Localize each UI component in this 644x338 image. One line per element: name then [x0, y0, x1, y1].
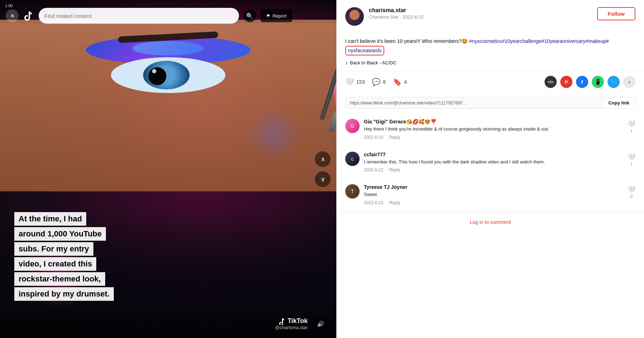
share-more-button[interactable]: › — [623, 76, 635, 88]
nav-down-button[interactable]: ∨ — [315, 171, 331, 187]
comment-like-3: 🤍 0 — [628, 186, 635, 199]
comment-body-1: Gia "Gigi" Gerace😘💋🥰😍❣️ Hey there I thin… — [364, 119, 635, 140]
caption-line-1: At the time, I had — [14, 212, 86, 226]
close-button[interactable]: ✕ — [6, 9, 19, 22]
comment-meta-3: 2022-6-22 Reply — [364, 200, 635, 205]
caption-line-2: around 1,000 YouTube — [14, 227, 106, 241]
comment-heart-icon-1[interactable]: 🤍 — [628, 120, 635, 128]
comment-reply-2[interactable]: Reply — [389, 167, 400, 172]
url-bar: https://www.tiktok.com/@charisma.star/vi… — [345, 97, 635, 109]
comment-like-count-2: 1 — [630, 162, 633, 166]
comment-item: G Gia "Gigi" Gerace😘💋🥰😍❣️ Hey there I th… — [337, 113, 644, 146]
caption-line-5: rockstar-themed look, — [14, 272, 105, 286]
search-input[interactable] — [44, 13, 233, 19]
video-panel: 1:00 ✕ 🔍 ⚑ Report At the time, I had aro… — [0, 0, 336, 338]
comment-author-1: Gia "Gigi" Gerace😘💋🥰😍❣️ — [364, 119, 635, 124]
comment-text-3: Sweet — [364, 191, 635, 198]
caption-line-3: subs. For my entry — [14, 242, 93, 256]
hashtag-makeup[interactable]: #makeup — [585, 38, 606, 44]
bookmark-action[interactable]: 🔖 4 — [393, 78, 407, 86]
comment-date-1: 2022-6-22 — [364, 135, 384, 140]
comment-meta-2: 2022-6-22 Reply — [364, 167, 635, 172]
volume-button[interactable]: 🔊 — [313, 317, 328, 331]
comment-item: c ccfair777 I remember this. This how I … — [337, 146, 644, 179]
hashtag-10yearchallenge[interactable]: #10yearchallenge — [502, 38, 542, 44]
caption-line-6: inspired by my drumset. — [14, 287, 114, 301]
avatar — [345, 7, 364, 26]
music-line: ♪ Back In Black - AC/DC — [345, 60, 635, 65]
search-bar — [39, 8, 239, 24]
hashtag-nyxfaceawards[interactable]: nyxfaceawards — [345, 46, 384, 55]
nav-arrows: ∧ ∨ — [315, 151, 331, 187]
comment-item: T Tyreese TJ Joyner Sweet 2022-6-22 Repl… — [337, 178, 644, 211]
comment-like-1: 🤍 1 — [628, 120, 635, 133]
comment-heart-icon-2[interactable]: 🤍 — [628, 153, 635, 161]
bookmark-action-icon: 🔖 — [393, 78, 402, 86]
comment-text-2: I remember this. This how I found you wi… — [364, 158, 635, 166]
share-whatsapp-button[interactable]: 📱 — [592, 76, 604, 88]
share-pocket-button[interactable]: P — [560, 76, 572, 88]
comment-author-2: ccfair777 — [364, 152, 635, 157]
share-facebook-button[interactable]: f — [576, 76, 588, 88]
video-bottom-bar: TikTok @charisma.star 🔊 — [0, 309, 336, 338]
comment-count: 8 — [383, 79, 386, 85]
share-embed-button[interactable]: </> — [545, 76, 557, 88]
comment-body-2: ccfair777 I remember this. This how I fo… — [364, 152, 635, 173]
flag-icon: ⚑ — [266, 13, 270, 19]
like-action[interactable]: 🤍 153 — [345, 78, 365, 86]
comment-like-count-1: 1 — [630, 129, 633, 133]
follow-button[interactable]: Follow — [597, 7, 636, 20]
nav-up-button[interactable]: ∧ — [315, 151, 331, 167]
timer-badge: 1:00 — [3, 3, 15, 9]
share-icons: </> P f 📱 🐦 › — [545, 76, 635, 88]
profile-info: charisma.star Charisma Star · 2022-6-22 — [369, 7, 424, 20]
right-panel: charisma.star Charisma Star · 2022-6-22 … — [336, 0, 644, 338]
hashtag-10yearanniversary[interactable]: #10yearanniversary — [541, 38, 585, 44]
comment-body-3: Tyreese TJ Joyner Sweet 2022-6-22 Reply — [364, 184, 635, 205]
profile-name: charisma.star — [369, 7, 424, 14]
like-count: 153 — [356, 79, 365, 85]
tiktok-brand: TikTok — [278, 317, 308, 325]
heart-action-icon: 🤍 — [345, 78, 354, 86]
comment-text-1: Hey there I think you're incredible & of… — [364, 126, 635, 133]
tiktok-brand-logo — [278, 318, 286, 325]
profile-meta: Charisma Star · 2022-6-22 — [369, 14, 424, 20]
search-submit-button[interactable]: 🔍 — [243, 9, 256, 22]
comment-action-icon: 💬 — [372, 78, 381, 86]
avatar-image — [345, 7, 364, 26]
caption-line-4: video, I created this — [14, 257, 96, 271]
music-note-icon: ♪ — [345, 60, 348, 65]
comment-heart-icon-3[interactable]: 🤍 — [628, 186, 635, 194]
post-text: I can't believe it's been 10 years!!! Wh… — [345, 38, 635, 56]
comment-avatar-1: G — [345, 119, 360, 133]
comment-avatar-3: T — [345, 184, 360, 199]
tiktok-handle: @charisma.star — [275, 325, 308, 330]
report-button[interactable]: ⚑ Report — [260, 9, 292, 22]
tiktok-watermark: TikTok @charisma.star — [275, 317, 308, 330]
login-comment-button[interactable]: Log in to comment — [470, 219, 511, 225]
comments-section: G Gia "Gigi" Gerace😘💋🥰😍❣️ Hey there I th… — [337, 113, 644, 211]
comment-author-3: Tyreese TJ Joyner — [364, 184, 635, 190]
comment-action[interactable]: 💬 8 — [372, 78, 386, 86]
hashtag-nyxcosmetics[interactable]: #nyxcosmetics — [469, 38, 502, 44]
share-twitter-button[interactable]: 🐦 — [608, 76, 620, 88]
comment-reply-1[interactable]: Reply — [389, 135, 400, 140]
post-content: I can't believe it's been 10 years!!! Wh… — [337, 32, 644, 72]
action-bar: 🤍 153 💬 8 🔖 4 </> P f 📱 🐦 › — [337, 72, 644, 93]
comment-date-3: 2022-6-22 — [364, 200, 384, 205]
share-url: https://www.tiktok.com/@charisma.star/vi… — [346, 98, 602, 108]
comment-reply-3[interactable]: Reply — [389, 200, 400, 205]
caption-overlay: At the time, I had around 1,000 YouTube … — [14, 212, 114, 302]
video-top-bar: 1:00 ✕ 🔍 ⚑ Report — [0, 0, 336, 24]
comment-like-2: 🤍 1 — [628, 153, 635, 166]
profile-left: charisma.star Charisma Star · 2022-6-22 — [345, 7, 424, 26]
comment-like-count-3: 0 — [630, 194, 633, 199]
music-track[interactable]: Back In Black - AC/DC — [350, 60, 396, 65]
profile-section: charisma.star Charisma Star · 2022-6-22 … — [337, 0, 644, 32]
comment-meta-1: 2022-6-22 Reply — [364, 135, 635, 140]
comment-avatar-2: c — [345, 152, 360, 166]
comment-date-2: 2022-6-22 — [364, 167, 384, 172]
tiktok-logo — [23, 10, 34, 21]
login-comment-section: Log in to comment — [337, 211, 644, 232]
copy-link-button[interactable]: Copy link — [602, 97, 635, 108]
